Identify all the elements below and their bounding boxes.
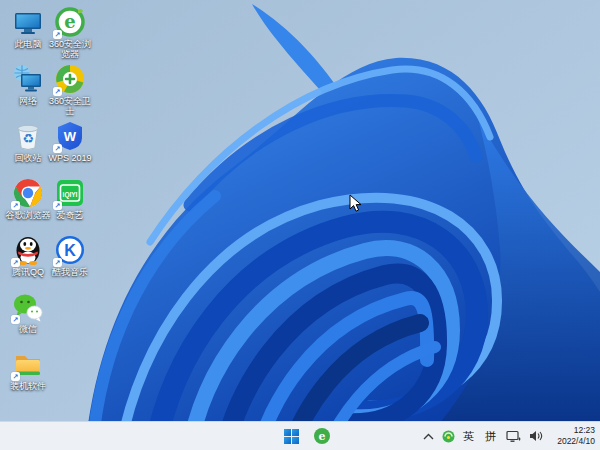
kuwo-music-icon: K ↗ bbox=[54, 234, 86, 266]
this-pc-icon bbox=[12, 6, 44, 38]
tray-chevron-up-icon[interactable] bbox=[423, 433, 434, 440]
svg-text:e: e bbox=[64, 11, 75, 32]
windows-logo-icon bbox=[284, 429, 299, 444]
icon-label: 爱奇艺 bbox=[57, 210, 84, 220]
shortcut-arrow-icon: ↗ bbox=[11, 315, 20, 324]
clock-date: 2022/4/10 bbox=[551, 436, 595, 447]
volume-tray-icon[interactable] bbox=[529, 430, 543, 442]
mouse-cursor bbox=[349, 194, 362, 213]
360-safety-icon: ↗ bbox=[54, 63, 86, 95]
wps-icon: W ↗ bbox=[54, 120, 86, 152]
pinned-360-browser-button[interactable]: e bbox=[311, 424, 333, 448]
ime-pinyin-indicator[interactable]: 拼 bbox=[485, 429, 496, 444]
icon-label: 谷歌浏览器 bbox=[6, 210, 51, 220]
shortcut-arrow-icon: ↗ bbox=[11, 258, 20, 267]
icon-label: 回收站 bbox=[15, 153, 42, 163]
svg-text:iQIYI: iQIYI bbox=[63, 191, 78, 199]
svg-text:K: K bbox=[64, 242, 76, 259]
desktop-icon-chrome[interactable]: ↗ 谷歌浏览器 bbox=[4, 177, 52, 220]
desktop-icon-qq[interactable]: ↗ 腾讯QQ bbox=[4, 234, 52, 277]
network-tray-icon[interactable] bbox=[506, 430, 521, 443]
desktop-icon-360-safety[interactable]: ↗ 360安全卫士 bbox=[46, 63, 94, 117]
shortcut-arrow-icon: ↗ bbox=[53, 201, 62, 210]
icon-label: 酷我音乐 bbox=[52, 267, 88, 277]
clock-time: 12:23 bbox=[551, 425, 595, 436]
icon-label: 微信 bbox=[19, 324, 37, 334]
shortcut-arrow-icon: ↗ bbox=[11, 201, 20, 210]
icon-label: 360安全浏览器 bbox=[46, 39, 94, 60]
icon-label: WPS 2019 bbox=[48, 153, 91, 163]
desktop-icon-360-browser[interactable]: e ↗ 360安全浏览器 bbox=[46, 6, 94, 60]
desktop-icon-wechat[interactable]: ↗ 微信 bbox=[4, 291, 52, 334]
shortcut-arrow-icon: ↗ bbox=[53, 144, 62, 153]
taskbar-clock[interactable]: 12:23 2022/4/10 bbox=[551, 425, 595, 447]
wechat-icon: ↗ bbox=[12, 291, 44, 323]
icon-label: 此电脑 bbox=[15, 39, 42, 49]
ime-language-indicator[interactable]: 英 bbox=[463, 429, 474, 444]
icon-label: 网络 bbox=[19, 96, 37, 106]
svg-text:W: W bbox=[64, 129, 77, 144]
iqiyi-icon: iQIYI ↗ bbox=[54, 177, 86, 209]
360-browser-taskbar-icon: e bbox=[314, 428, 330, 444]
desktop-icon-wps-2019[interactable]: W ↗ WPS 2019 bbox=[46, 120, 94, 163]
start-button[interactable] bbox=[280, 424, 302, 448]
icon-label: 腾讯QQ bbox=[12, 267, 44, 277]
shortcut-arrow-icon: ↗ bbox=[53, 30, 62, 39]
system-tray: 英 拼 12:23 2022/4/10 bbox=[423, 422, 595, 450]
folder-icon: ↗ bbox=[12, 348, 44, 380]
360-browser-icon: e ↗ bbox=[54, 6, 86, 38]
shortcut-arrow-icon: ↗ bbox=[53, 87, 62, 96]
shortcut-arrow-icon: ↗ bbox=[11, 372, 20, 381]
chrome-icon: ↗ bbox=[12, 177, 44, 209]
taskbar: e 英 拼 12:23 2022/4/10 bbox=[0, 421, 600, 450]
svg-text:♻: ♻ bbox=[22, 131, 34, 146]
icon-label: 装机软件 bbox=[10, 381, 46, 391]
desktop-icon-this-pc[interactable]: 此电脑 bbox=[4, 6, 52, 49]
qq-icon: ↗ bbox=[12, 234, 44, 266]
network-icon bbox=[12, 63, 44, 95]
desktop-icon-network[interactable]: 网络 bbox=[4, 63, 52, 106]
shortcut-arrow-icon: ↗ bbox=[53, 258, 62, 267]
desktop-icon-recycle-bin[interactable]: ♻ 回收站 bbox=[4, 120, 52, 163]
desktop-icon-software-folder[interactable]: ↗ 装机软件 bbox=[4, 348, 52, 391]
taskbar-center-group: e bbox=[280, 422, 333, 450]
desktop-icon-iqiyi[interactable]: iQIYI ↗ 爱奇艺 bbox=[46, 177, 94, 220]
360-tray-icon[interactable] bbox=[442, 430, 455, 443]
desktop-icon-kuwo-music[interactable]: K ↗ 酷我音乐 bbox=[46, 234, 94, 277]
recycle-bin-icon: ♻ bbox=[12, 120, 44, 152]
icon-label: 360安全卫士 bbox=[46, 96, 94, 117]
